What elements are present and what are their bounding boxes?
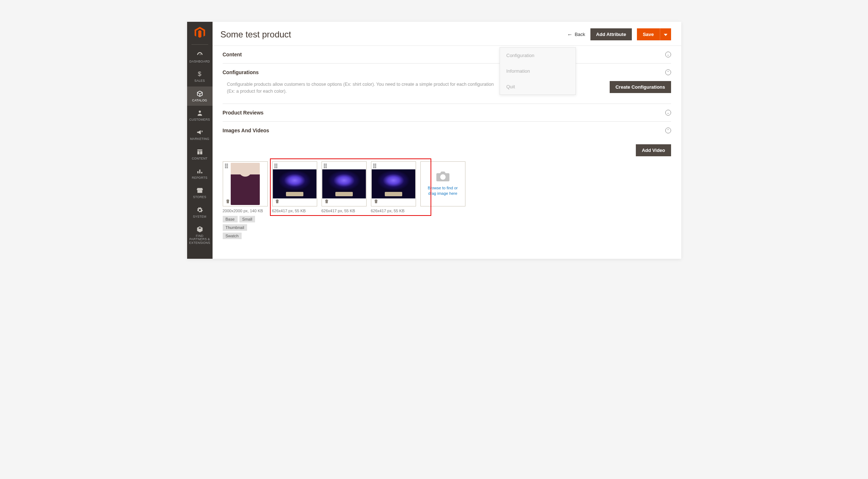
svg-rect-24 [373,164,375,165]
triangle-down-icon [664,34,667,36]
magento-logo-icon [193,26,206,39]
sections-container: Content ⌄ Configurations ⌃ Configurable … [213,46,681,259]
megaphone-icon [196,129,203,136]
save-button[interactable]: Save [637,28,659,40]
sidebar-item-partners[interactable]: FIND PARTNERS & EXTENSIONS [187,222,213,248]
thumbnail-image [322,169,366,198]
svg-rect-7 [226,164,228,165]
drag-handle-icon[interactable] [225,163,230,168]
sidebar-item-label: FIND PARTNERS & EXTENSIONS [187,234,213,245]
sidebar-item-stores[interactable]: STORES [187,183,213,202]
images-actions: Add Video [223,144,671,156]
sidebar-item-sales[interactable]: $ SALES [187,67,213,86]
dashboard-icon [196,51,203,59]
section-header-content[interactable]: Content ⌄ [223,46,671,63]
delete-image-button[interactable] [274,198,280,205]
image-role-tag: Thumbnail [223,224,247,231]
svg-rect-11 [226,167,228,168]
svg-rect-16 [274,167,276,168]
image-tags: Base Small Thumbnail Swatch [223,216,268,239]
chevron-down-icon: ⌄ [665,52,671,57]
upload-image-dropzone[interactable]: Browse to find or drag image here [420,161,465,206]
admin-sidebar: DASHBOARD $ SALES CATALOG CUSTOMERS MARK… [187,22,213,259]
sidebar-item-label: REPORTS [192,176,207,180]
svg-rect-6 [225,164,226,165]
delete-image-button[interactable] [373,198,379,205]
section-header-images[interactable]: Images And Videos ⌃ [223,122,671,139]
svg-rect-8 [225,165,226,166]
upload-text: Browse to find or drag image here [424,185,461,196]
section-product-reviews: Product Reviews ⌄ [223,104,671,122]
svg-rect-15 [276,165,277,166]
svg-rect-23 [325,167,327,168]
sidebar-item-label: SALES [194,79,205,82]
configurations-body: Configurable products allow customers to… [223,81,671,104]
image-role-tag: Base [223,216,238,222]
context-menu-item-information[interactable]: Information [500,63,576,79]
delete-image-button[interactable] [323,198,330,205]
section-title: Configurations [223,69,259,75]
sidebar-item-dashboard[interactable]: DASHBOARD [187,48,213,67]
section-header-reviews[interactable]: Product Reviews ⌄ [223,104,671,121]
save-dropdown-toggle[interactable] [660,28,671,40]
person-icon [196,109,203,117]
main-content: Some test product ← Back Add Attribute S… [213,22,681,259]
image-card[interactable]: 626x417 px, 55 KB [272,161,317,213]
add-attribute-button[interactable]: Add Attribute [590,28,632,40]
section-header-configurations[interactable]: Configurations ⌃ [223,64,671,81]
svg-rect-4 [199,170,200,174]
svg-rect-10 [225,167,226,168]
save-button-group: Save [637,28,671,40]
back-link[interactable]: ← Back [567,31,585,37]
layout-icon [196,148,203,156]
sidebar-item-marketing[interactable]: MARKETING [187,125,213,144]
svg-rect-5 [201,172,202,173]
context-menu-item-quit[interactable]: Quit [500,79,576,94]
svg-rect-3 [197,171,198,173]
image-card[interactable]: 626x417 px, 55 KB [371,161,416,213]
thumbnail-image [273,169,316,198]
drag-handle-icon[interactable] [274,163,279,168]
back-label: Back [575,32,585,37]
section-images-videos: Images And Videos ⌃ Add Video [223,122,671,248]
bars-icon [196,168,203,175]
chevron-up-icon: ⌃ [665,128,671,133]
svg-rect-27 [375,165,376,166]
page-title: Some test product [221,29,291,40]
image-meta: 626x417 px, 55 KB [272,209,317,213]
image-card[interactable]: 2000x2000 px, 140 KB Base Small Thumbnai… [223,161,268,239]
image-card[interactable]: 626x417 px, 55 KB [322,161,367,213]
sidebar-item-label: DASHBOARD [189,60,210,63]
svg-rect-28 [373,167,375,168]
image-thumbnail [272,161,317,206]
section-configurations: Configurations ⌃ Configurable products a… [223,64,671,104]
image-thumbnail [223,161,268,206]
svg-rect-17 [276,167,277,168]
chevron-up-icon: ⌃ [665,69,671,75]
image-thumbnail [371,161,416,206]
context-menu-item-configuration[interactable]: Configuration [500,48,576,63]
sidebar-item-catalog[interactable]: CATALOG [187,86,213,106]
sidebar-item-customers[interactable]: CUSTOMERS [187,106,213,125]
package-icon [196,226,203,233]
delete-image-button[interactable] [225,198,231,205]
arrow-left-icon: ← [567,31,573,37]
sidebar-item-label: STORES [193,196,206,199]
sidebar-item-label: CATALOG [192,99,207,102]
thumbnail-image [372,169,415,198]
sidebar-item-label: CUSTOMERS [189,118,210,121]
images-row: 2000x2000 px, 140 KB Base Small Thumbnai… [223,161,671,239]
create-configurations-button[interactable]: Create Configurations [610,81,671,93]
sidebar-item-system[interactable]: SYSTEM [187,203,213,222]
sidebar-item-content[interactable]: CONTENT [187,145,213,164]
svg-rect-22 [324,167,325,168]
svg-rect-19 [325,164,327,165]
camera-icon [436,172,449,182]
add-video-button[interactable]: Add Video [636,144,671,156]
svg-rect-21 [325,165,327,166]
sidebar-item-reports[interactable]: REPORTS [187,164,213,183]
drag-handle-icon[interactable] [323,163,328,168]
dollar-icon: $ [196,71,203,78]
configurations-description: Configurable products allow customers to… [227,81,503,95]
drag-handle-icon[interactable] [373,163,378,168]
